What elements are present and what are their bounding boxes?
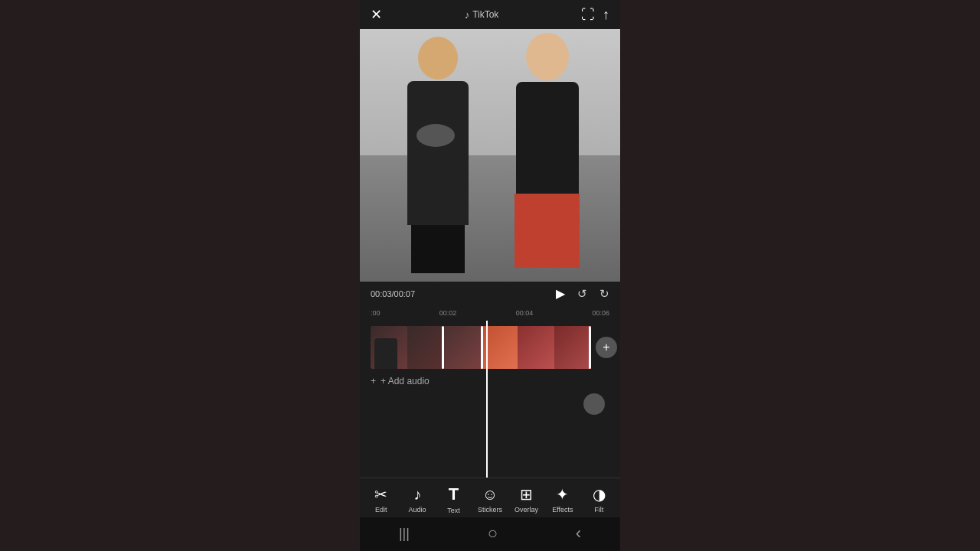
- expand-button[interactable]: ⛶: [581, 7, 595, 23]
- play-button[interactable]: ▶: [556, 286, 565, 301]
- tool-overlay[interactable]: ⊞ Overlay: [511, 485, 541, 514]
- tiktok-logo: ♪ TikTok: [465, 9, 499, 21]
- text-label: Text: [447, 507, 460, 514]
- thumb-5[interactable]: [518, 326, 554, 369]
- ruler-mark-0: :00: [371, 309, 381, 317]
- tool-audio[interactable]: ♪ Audio: [402, 486, 433, 514]
- nav-menu-icon[interactable]: |||: [399, 526, 410, 542]
- video-preview: [360, 29, 620, 282]
- video-frame: [360, 29, 620, 282]
- add-audio-row[interactable]: + + Add audio: [360, 370, 620, 393]
- undo-button[interactable]: ↺: [577, 287, 587, 301]
- phone-container: ✕ ♪ TikTok ⛶ ↑: [360, 0, 620, 551]
- timeline-area[interactable]: + + + Add audio: [360, 321, 620, 478]
- ruler-mark-3: 00:06: [592, 309, 609, 317]
- redo-button[interactable]: ↻: [599, 287, 609, 301]
- scroll-area: [360, 393, 620, 416]
- video-track[interactable]: +: [371, 325, 620, 370]
- top-bar: ✕ ♪ TikTok ⛶ ↑: [360, 0, 620, 29]
- tool-filter[interactable]: ◑ Filt: [583, 485, 614, 514]
- ruler-mark-2: 00:04: [516, 309, 534, 317]
- edit-label: Edit: [375, 506, 387, 514]
- close-button[interactable]: ✕: [371, 6, 382, 23]
- tiktok-logo-text: TikTok: [472, 9, 498, 20]
- add-audio-label[interactable]: + Add audio: [381, 376, 430, 386]
- sticker-icon: ☺: [482, 486, 498, 504]
- add-audio-icon: +: [371, 376, 376, 386]
- tiktok-logo-icon: ♪: [465, 9, 470, 21]
- nav-bar: ||| ○ ‹: [360, 517, 620, 551]
- tool-stickers[interactable]: ☺ Stickers: [475, 486, 505, 514]
- overlay-icon: ⊞: [520, 485, 533, 504]
- stickers-label: Stickers: [478, 506, 502, 514]
- filter-icon: ◑: [593, 485, 606, 504]
- thumb-1[interactable]: [371, 326, 407, 369]
- overlay-label: Overlay: [514, 506, 538, 514]
- ruler-mark-1: 00:02: [439, 309, 457, 317]
- scissors-icon: ✂: [374, 485, 387, 504]
- filter-label: Filt: [594, 506, 603, 514]
- time-display: 00:03/00:07: [371, 289, 415, 298]
- tool-edit[interactable]: ✂ Edit: [366, 485, 397, 514]
- effects-label: Effects: [552, 506, 573, 514]
- audio-label: Audio: [409, 506, 426, 514]
- background-left: [0, 0, 360, 551]
- playback-controls: 00:03/00:07 ▶ ↺ ↻: [360, 282, 620, 305]
- bottom-toolbar: ✂ Edit ♪ Audio T Text ☺ Stickers ⊞ Overl…: [360, 478, 620, 517]
- nav-home-icon[interactable]: ○: [488, 523, 498, 543]
- thumb-2[interactable]: [407, 326, 444, 369]
- thumb-4[interactable]: [481, 326, 518, 369]
- tool-text[interactable]: T Text: [439, 484, 469, 514]
- track-thumbnails[interactable]: [371, 326, 593, 369]
- add-clip-button[interactable]: +: [596, 337, 617, 358]
- thumb-3[interactable]: [444, 326, 481, 369]
- nav-back-icon[interactable]: ‹: [576, 523, 581, 543]
- scroll-indicator[interactable]: [583, 393, 605, 415]
- effects-icon: ✦: [556, 485, 569, 504]
- text-icon: T: [449, 484, 459, 504]
- timeline-ruler: :00 00:02 00:04 00:06: [360, 305, 620, 321]
- export-button[interactable]: ↑: [603, 7, 609, 23]
- audio-icon: ♪: [413, 486, 421, 504]
- thumb-6[interactable]: [554, 326, 591, 369]
- tool-effects[interactable]: ✦ Effects: [547, 485, 578, 514]
- background-right: [620, 0, 980, 551]
